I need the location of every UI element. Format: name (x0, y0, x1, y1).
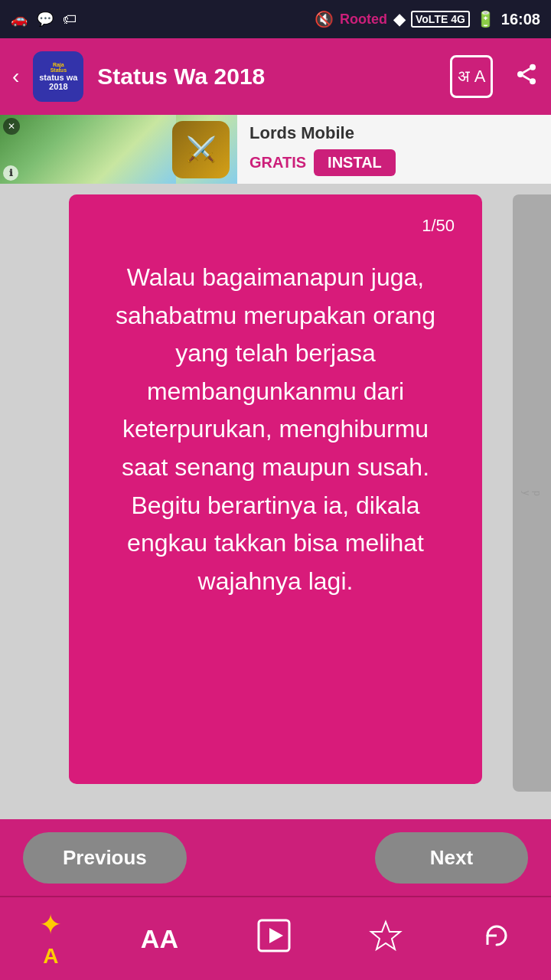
text-size-button[interactable]: AA (141, 924, 178, 954)
svg-line-3 (523, 76, 530, 80)
car-icon: 🚗 (11, 11, 28, 28)
peek-text: py (521, 491, 543, 496)
card-quote-text: Walau bagaimanapun juga, sahabatmu merup… (96, 259, 455, 600)
svg-marker-6 (269, 928, 283, 943)
battery-icon: 🔋 (476, 10, 495, 28)
card-counter: 1/50 (422, 216, 455, 236)
favorite-button[interactable] (369, 919, 403, 959)
message-icon: 💬 (37, 11, 54, 28)
bottom-bar: ✦ A AA (0, 896, 551, 980)
app-icon-top: RajaStatus (51, 62, 67, 73)
slideshow-button[interactable] (257, 919, 291, 959)
rooted-label: Rooted (340, 11, 387, 28)
text-size-icon: AA (141, 924, 178, 954)
previous-button[interactable]: Previous (23, 832, 187, 884)
ad-game-icon: ⚔️ (172, 121, 230, 178)
play-icon (257, 919, 291, 959)
volte-badge: VoLTE 4G (411, 11, 470, 28)
navigation-bar: Previous Next (0, 819, 551, 896)
font-icon: ✦ (39, 909, 62, 941)
share-button[interactable] (514, 62, 539, 92)
star-icon (369, 919, 403, 959)
font-style-button[interactable]: ✦ A (39, 909, 62, 969)
translate-button[interactable]: अ A (450, 55, 493, 98)
app-header: ‹ RajaStatus status wa2018 Status Wa 201… (0, 38, 551, 115)
svg-line-4 (523, 68, 530, 72)
ad-title: Lords Mobile (249, 123, 539, 143)
next-button[interactable]: Next (375, 832, 528, 884)
quote-card: 1/50 Walau bagaimanapun juga, sahabatmu … (69, 194, 482, 784)
ad-gratis-label: GRATIS (249, 154, 306, 172)
app-icon-main: status wa2018 (39, 73, 77, 91)
svg-point-0 (530, 64, 536, 70)
next-card-peek: py (513, 194, 551, 792)
status-bar: 🚗 💬 🏷 🔇 Rooted ◆ VoLTE 4G 🔋 16:08 (0, 0, 551, 38)
svg-point-1 (517, 71, 523, 77)
notification-icon: 🏷 (63, 11, 77, 28)
app-title: Status Wa 2018 (97, 64, 438, 90)
status-left-icons: 🚗 💬 🏷 (11, 11, 77, 28)
mute-icon: 🔇 (315, 10, 334, 28)
back-button[interactable]: ‹ (12, 64, 19, 89)
font-letter: A (43, 944, 58, 969)
ad-install-button[interactable]: INSTAL (314, 149, 396, 176)
app-logo: RajaStatus status wa2018 (31, 50, 85, 103)
ad-buttons: GRATIS INSTAL (249, 149, 539, 176)
ad-image-area: ⚔️ ✕ ℹ (0, 115, 237, 184)
main-content: 1/50 Walau bagaimanapun juga, sahabatmu … (0, 184, 551, 819)
svg-point-2 (530, 78, 536, 84)
ad-banner: ⚔️ ✕ ℹ Lords Mobile GRATIS INSTAL (0, 115, 551, 184)
ad-text-area: Lords Mobile GRATIS INSTAL (237, 117, 551, 182)
ad-close-button[interactable]: ✕ (3, 118, 20, 135)
time-display: 16:08 (501, 11, 540, 28)
refresh-button[interactable] (481, 920, 512, 958)
ad-info-button[interactable]: ℹ (3, 165, 18, 181)
translate-icon: अ A (458, 67, 486, 87)
svg-marker-7 (371, 922, 400, 949)
refresh-icon (481, 920, 512, 958)
status-right-info: 🔇 Rooted ◆ VoLTE 4G 🔋 16:08 (315, 10, 540, 28)
wifi-icon: ◆ (393, 10, 405, 28)
